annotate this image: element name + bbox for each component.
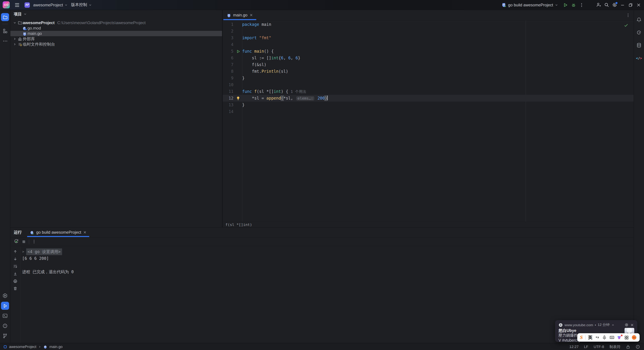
notification-time: 12 分钟 [598,323,610,327]
code-line-13[interactable]: 13} [223,102,634,108]
chevron-down-icon[interactable] [12,21,17,24]
code-line-5[interactable]: 5func main() { [223,48,634,55]
sogou-logo-icon[interactable]: S [580,335,583,340]
run-console-output[interactable]: ><4 go 设置调用>[6 6 6 200]进程 已完成，退出代码为 0 [20,246,634,343]
intention-bulb-icon[interactable] [234,96,242,100]
run-config-selector[interactable]: go build awesomeProject [502,2,558,7]
code-line-8[interactable]: 8 fmt.Println(sl) [223,68,634,75]
endpoints-button[interactable]: </> [635,54,643,62]
code-tags-icon: </> [636,56,642,60]
rerun-button[interactable] [14,239,19,244]
notification-settings-button[interactable] [624,323,628,327]
breadcrumb-file[interactable]: main.go [50,345,62,349]
project-widget[interactable]: awesomeProject [33,2,68,7]
toolbox-grid-icon[interactable] [624,335,629,340]
ai-assistant-button[interactable] [635,28,643,36]
code-line-6[interactable]: 6 sl := []int{6, 6, 6} [223,55,634,61]
indent-widget[interactable]: 制表符 [610,344,620,349]
console-options-button[interactable] [32,239,36,244]
breadcrumb-project[interactable]: awesomeProject [9,345,36,349]
code-line-3[interactable]: 3import "fmt" [223,34,634,41]
play-icon [2,303,8,308]
ime-toolbar[interactable]: S 英 [577,333,640,342]
gopher-icon [22,31,28,36]
inspections-widget-icon[interactable] [636,345,640,349]
debug-button[interactable] [570,1,578,9]
ai-sticker-icon[interactable] [631,335,637,340]
main-menu-button[interactable] [13,1,21,9]
problems-tool-button[interactable] [1,322,9,330]
tree-item[interactable]: main.go [10,31,222,36]
settings-button[interactable] [610,1,618,9]
code-line-11[interactable]: 11func f(sl *[]int) { 1 个用法 [223,88,634,95]
down-stacktrace-icon[interactable] [12,256,18,262]
editor-tab-main-go[interactable]: main.go [224,10,256,20]
tab-options-button[interactable] [622,10,634,20]
code-with-me-button[interactable] [594,1,602,9]
notifications-button[interactable] [635,16,643,24]
close-button[interactable] [634,1,643,9]
run-panel-title: 运行 [14,230,22,235]
exclamation-circle-icon [2,323,8,329]
code-line-12[interactable]: 12 *sl = append(*sl, elems…: 200) [223,95,634,102]
scroll-to-end-icon[interactable] [12,271,18,276]
run-tab-go-build[interactable]: go build awesomeProject [27,228,89,237]
lock-icon[interactable] [626,345,630,349]
vcs-widget[interactable]: 版本控制 [71,2,92,8]
run-gutter-icon[interactable] [234,49,242,53]
ellipsis-icon [2,38,8,43]
code-line-2[interactable]: 2 [223,28,634,34]
code-line-1[interactable]: 1package main [223,21,634,28]
tree-item[interactable]: go.mod [10,25,222,31]
fold-arrow-icon[interactable]: > [22,248,26,255]
line-separator-widget[interactable]: LF [584,345,588,349]
more-actions-button[interactable] [578,1,586,9]
keyboard-icon[interactable] [609,335,614,340]
language-mode-icon[interactable]: 英 [588,335,592,341]
collapse-chevron-icon[interactable] [611,323,614,326]
maximize-button[interactable] [626,1,634,9]
code-line-10[interactable]: 10 [223,81,634,88]
tree-item-label: 临时文件和控制台 [23,41,55,47]
punctuation-icon[interactable] [595,335,600,340]
more-tool-windows-button[interactable] [1,37,9,45]
tree-item[interactable]: 外部库 [10,36,222,41]
up-stacktrace-icon[interactable] [12,249,18,254]
notification-close-button[interactable] [630,323,634,327]
notification-source: www.youtube.com [564,323,593,327]
search-everywhere-button[interactable] [602,1,610,9]
folded-console-text[interactable]: <4 go 设置调用> [26,248,62,255]
code-line-9[interactable]: 9} [223,75,634,81]
terminal-tool-button[interactable] [1,312,9,320]
git-tool-button[interactable] [1,332,9,340]
code-editor[interactable]: 1package main23import "fmt"45func main()… [223,20,634,222]
tree-item[interactable]: 临时文件和控制台 [10,41,222,47]
caret-position-widget[interactable]: 12:27 [569,345,578,349]
encoding-widget[interactable]: UTF-8 [594,345,604,349]
project-panel-header[interactable]: 项目 [10,10,222,18]
run-tool-window: 运行 go build awesomeProject [10,227,634,343]
database-button[interactable] [635,41,643,49]
code-line-7[interactable]: 7 f(&sl) [223,61,634,68]
microphone-icon[interactable] [602,335,607,340]
database-icon [636,42,642,48]
inspection-ok-checkmark[interactable] [624,23,628,27]
chevron-right-icon[interactable] [12,42,17,46]
run-tab-label: go build awesomeProject [36,230,81,235]
project-tool-button[interactable] [1,13,9,21]
minimize-button[interactable] [618,1,626,9]
soft-wrap-icon[interactable] [12,264,18,269]
structure-tool-button[interactable] [1,27,9,35]
run-button[interactable] [562,1,570,9]
stop-button[interactable] [22,239,26,244]
code-line-14[interactable]: 14 [223,108,634,115]
tree-item[interactable]: awesomeProjectC:\Users\meowr\GolandProje… [10,20,222,25]
services-tool-button[interactable] [1,292,9,300]
print-icon[interactable] [12,278,18,284]
code-line-4[interactable]: 4 [223,41,634,48]
clear-all-icon[interactable] [12,286,18,291]
skin-icon[interactable] [617,335,622,340]
play-icon [563,2,568,7]
run-tool-button[interactable] [1,302,9,310]
chevron-right-icon[interactable] [12,37,17,40]
